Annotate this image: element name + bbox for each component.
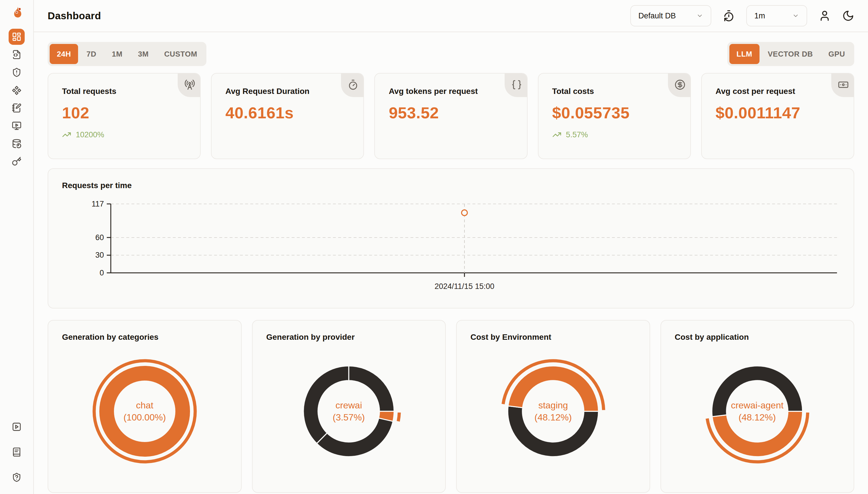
- braces-icon: [511, 79, 522, 90]
- banknote-icon: [838, 79, 849, 90]
- shield-alert-icon: [12, 68, 21, 77]
- tabs-row: 24H7D1M3MCUSTOM LLMVECTOR DBGPU: [48, 42, 854, 66]
- requests-per-time-card: Requests per time 030601172024/11/15 15:…: [48, 168, 854, 308]
- svg-text:117: 117: [92, 200, 104, 208]
- database-select-value: Default DB: [638, 12, 676, 20]
- stat-card-avg-tokens-per-request: Avg tokens per request953.52: [374, 73, 527, 159]
- monitor-play-icon: [12, 121, 21, 131]
- donut-card-generation-by-categories: Generation by categorieschat(100.00%): [48, 320, 242, 493]
- sidebar-item-playground[interactable]: [8, 118, 25, 134]
- database-backup-icon: [12, 139, 21, 149]
- chart-title: Requests per time: [62, 181, 840, 190]
- svg-text:30: 30: [95, 251, 104, 259]
- trending-up-icon: [62, 130, 71, 139]
- stat-card-label: Avg tokens per request: [389, 87, 513, 96]
- timer-icon: [348, 79, 358, 90]
- header-controls: Default DB 1m: [630, 5, 854, 26]
- stat-card-value: 953.52: [389, 103, 513, 122]
- moon-icon: [842, 10, 854, 22]
- donut-center-label: chat: [136, 400, 154, 411]
- donut-center-label: (48.12%): [534, 412, 572, 422]
- donut-card-cost-by-application: Cost by applicationcrewai-agent(48.12%): [660, 320, 854, 493]
- sidebar-item-documentation[interactable]: [8, 444, 25, 460]
- source-tabs: LLMVECTOR DBGPU: [727, 42, 854, 66]
- tab-3m[interactable]: 3M: [131, 44, 156, 64]
- svg-text:0: 0: [100, 268, 104, 277]
- shield-question-icon: [12, 473, 21, 482]
- donut-chart: crewai(3.57%): [294, 357, 403, 466]
- refresh-interval-value: 1m: [754, 12, 765, 20]
- sidebar-item-databases[interactable]: [8, 136, 25, 152]
- key-icon: [12, 156, 21, 166]
- book-icon: [12, 447, 21, 457]
- circle-dollar-sign-icon: [674, 79, 686, 90]
- diamonds-icon: [12, 85, 21, 95]
- refresh-timer-icon[interactable]: [723, 10, 735, 22]
- sidebar-nav-top: [8, 29, 25, 169]
- donut-center-label: (3.57%): [333, 412, 365, 422]
- sidebar-item-exceptions[interactable]: [8, 64, 25, 80]
- app-root: Dashboard Default DB 1m 24H7D1M3MCUSTOM …: [0, 0, 868, 494]
- chevron-down-icon: [792, 12, 799, 19]
- main-column: Dashboard Default DB 1m 24H7D1M3MCUSTOM …: [34, 0, 868, 494]
- timer-reset-icon: [723, 10, 735, 22]
- sidebar-item-api-keys[interactable]: [8, 153, 25, 169]
- stat-card-value: 40.6161s: [225, 103, 350, 122]
- tab-llm[interactable]: LLM: [729, 44, 760, 64]
- user-icon: [818, 10, 831, 22]
- stat-card-avg-cost-per-request: Avg cost per request$0.0011147: [701, 73, 854, 159]
- tab-24h[interactable]: 24H: [50, 44, 78, 64]
- chevron-down-icon: [696, 12, 703, 19]
- user-icon[interactable]: [818, 10, 831, 22]
- chevron-down-icon: [792, 12, 799, 19]
- sidebar-item-getting-started[interactable]: [8, 419, 25, 435]
- database-select[interactable]: Default DB: [630, 5, 711, 26]
- svg-text:2024/11/15 15:00: 2024/11/15 15:00: [435, 282, 494, 291]
- stat-card-avg-request-duration: Avg Request Duration40.6161s: [211, 73, 364, 159]
- sidebar-item-evaluations[interactable]: [8, 100, 25, 116]
- chevron-down-icon: [696, 12, 703, 19]
- donut-cards-row: Generation by categorieschat(100.00%)Gen…: [48, 320, 854, 493]
- donut-card-title: Cost by Environment: [471, 332, 636, 342]
- sidebar-nav-bottom: [8, 419, 25, 486]
- tab-custom[interactable]: CUSTOM: [157, 44, 204, 64]
- stat-card-total-requests: Total requests10210200%: [48, 73, 201, 159]
- donut-center-label: (48.12%): [738, 412, 776, 422]
- sidebar-item-dashboard[interactable]: [8, 29, 25, 45]
- stat-card-value: $0.0011147: [715, 103, 840, 122]
- file-code-icon: [12, 50, 21, 59]
- square-play-icon: [12, 422, 21, 432]
- refresh-interval-select[interactable]: 1m: [746, 5, 807, 26]
- notebook-pen-icon: [12, 103, 21, 113]
- donut-chart: staging(48.12%): [498, 357, 608, 466]
- donut-chart: crewai-agent(48.12%): [703, 357, 812, 466]
- sidebar-item-requests[interactable]: [8, 46, 25, 63]
- donut-card-title: Generation by categories: [62, 332, 227, 342]
- stat-card-label: Total requests: [62, 87, 186, 96]
- tab-1m[interactable]: 1M: [105, 44, 130, 64]
- sidebar-item-support[interactable]: [8, 469, 25, 486]
- stat-card-label: Avg Request Duration: [225, 87, 350, 96]
- requests-line-chart: 030601172024/11/15 15:00: [62, 196, 841, 298]
- donut-card-cost-by-environment: Cost by Environmentstaging(48.12%): [456, 320, 650, 493]
- stat-card-label: Avg cost per request: [715, 87, 840, 96]
- stat-card-value: $0.055735: [552, 103, 676, 122]
- sidebar-item-prompts[interactable]: [8, 82, 25, 98]
- stat-card-label: Total costs: [552, 87, 676, 96]
- tab-vector-db[interactable]: VECTOR DB: [761, 44, 820, 64]
- tab-7d[interactable]: 7D: [79, 44, 103, 64]
- donut-chart: chat(100.00%): [90, 357, 199, 466]
- layout-dashboard-icon: [12, 32, 21, 42]
- stat-cards-row: Total requests10210200%Avg Request Durat…: [48, 73, 854, 159]
- app-logo-flame-icon[interactable]: [9, 5, 24, 20]
- tab-gpu[interactable]: GPU: [821, 44, 852, 64]
- donut-center-label: (100.00%): [123, 412, 166, 422]
- svg-text:60: 60: [95, 233, 104, 242]
- stat-card-trend: 10200%: [62, 130, 186, 139]
- time-range-tabs: 24H7D1M3MCUSTOM: [48, 42, 206, 66]
- donut-card-title: Generation by provider: [267, 332, 432, 342]
- sidebar: [0, 0, 34, 494]
- donut-card-generation-by-provider: Generation by providercrewai(3.57%): [252, 320, 446, 493]
- moon-icon[interactable]: [842, 10, 854, 22]
- donut-center-label: staging: [538, 400, 568, 411]
